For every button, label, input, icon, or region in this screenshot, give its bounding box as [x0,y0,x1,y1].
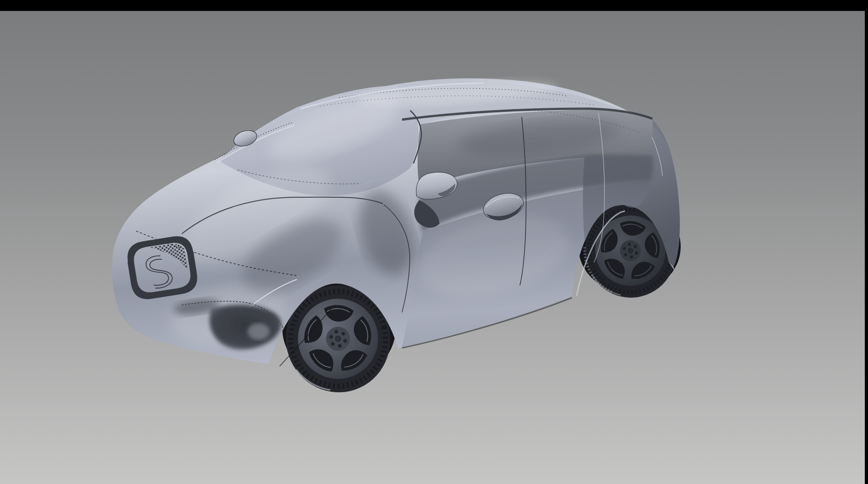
render-viewport[interactable] [0,11,865,484]
screenshot-root [0,0,868,484]
right-letterbox-bar [865,0,868,484]
top-letterbox-bar [0,0,868,11]
car-render [0,11,865,484]
car-body [112,75,680,366]
car-model [112,75,683,404]
